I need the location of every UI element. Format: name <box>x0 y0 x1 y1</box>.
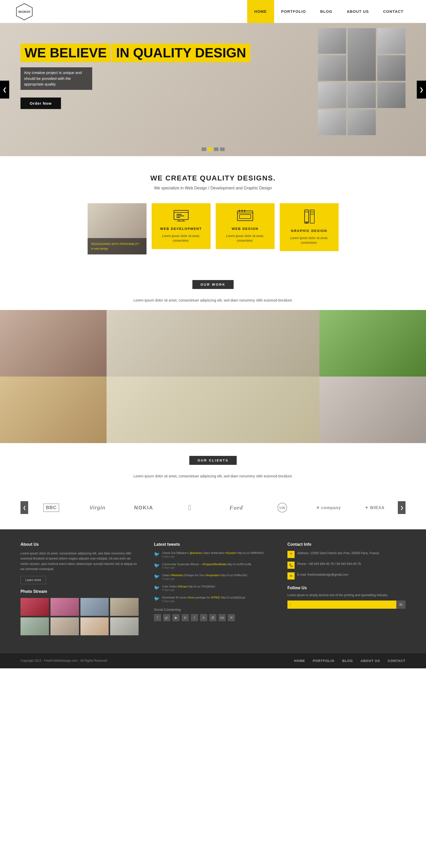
hero-photo-4 <box>318 55 346 81</box>
portfolio-item-4[interactable] <box>0 376 107 443</box>
footer-follow-title: Follow Us <box>287 586 405 590</box>
hero-dots <box>202 148 225 151</box>
footer-address-text: Address: 12569 Saint Patrick des Prés, 5… <box>297 551 379 556</box>
portfolio-item-6[interactable] <box>319 376 426 443</box>
social-youtube[interactable]: ▶ <box>172 614 179 621</box>
service-card-graphic-content: GRAPHIC DESIGN Lorem ipsum dolor sit ame… <box>280 203 339 251</box>
hero-photo-6 <box>318 83 346 108</box>
footer-bottom-portfolio[interactable]: PORTFOLIO <box>313 659 335 663</box>
nav-home[interactable]: HOME <box>247 0 274 23</box>
social-googleplus[interactable]: g+ <box>163 614 170 621</box>
client-wiexa: ✦ WIEXA <box>352 505 398 510</box>
footer-phone-text: Phone: +38 045 845-45-78 +38 045 845-45-… <box>297 562 361 566</box>
hero-dot-1[interactable] <box>202 148 206 151</box>
social-email[interactable]: @ <box>209 614 217 621</box>
hero-cta-button[interactable]: Order Now <box>21 97 61 109</box>
svg-rect-5 <box>176 216 184 216</box>
social-blogger[interactable]: b <box>200 614 207 621</box>
hero-prev-button[interactable]: ❮ <box>0 81 9 98</box>
service-webdev-text: Lorem ipsum dolor sit amet, consectetur. <box>157 234 205 243</box>
services-grid: REDESIGNING WITH PERSONALITY in web desi… <box>21 203 405 254</box>
phone-icon: 📞 <box>287 562 294 569</box>
logo[interactable]: SKOKOV <box>16 3 33 21</box>
web-design-icon <box>221 209 269 224</box>
clients-next-button[interactable]: ❯ <box>398 501 405 514</box>
service-card-graphic: GRAPHIC DESIGN Lorem ipsum dolor sit ame… <box>280 203 339 254</box>
tweet-1-content: Check Out D8baker's @Arduino Sales Notif… <box>162 551 264 558</box>
hero-subtitle: Any creative project is unique and shoul… <box>21 67 92 90</box>
newsletter-wrap: ✉ <box>287 600 405 609</box>
portfolio-item-1[interactable] <box>0 310 107 376</box>
footer-top: About Us Lorem ipsum dolor sit amet, con… <box>21 542 405 635</box>
footer-photo-4 <box>110 598 139 616</box>
service-card-img: REDESIGNING WITH PERSONALITY in web desi… <box>88 203 146 254</box>
social-connect-label: Social Connecting <box>154 608 272 612</box>
footer-bottom-about[interactable]: ABOUT US <box>361 659 380 663</box>
svg-rect-4 <box>176 214 181 215</box>
footer-photostream-title: Photo Stream <box>21 589 139 594</box>
footer-follow-text: Lorem ipsum is simply dummy text of the … <box>287 593 405 597</box>
social-linkedin[interactable]: in <box>181 614 189 621</box>
nav-blog[interactable]: BLOG <box>313 0 339 23</box>
footer-learn-more-button[interactable]: Learn more <box>21 576 46 584</box>
tweet-1: 🐦 Check Out D8baker's @Arduino Sales Not… <box>154 551 272 558</box>
footer-photo-1 <box>21 598 49 616</box>
footer-photo-6 <box>51 617 79 635</box>
newsletter-input[interactable] <box>287 600 396 609</box>
service-card-webdev: WEB DEVELOPMENT Lorem ipsum dolor sit am… <box>152 203 210 254</box>
nav-portfolio[interactable]: PORTFOLIO <box>274 0 313 23</box>
quality-title: WE CREATE QUALITY DESIGNS. <box>21 174 405 182</box>
footer-bottom-contact[interactable]: CONTACT <box>388 659 405 663</box>
footer-photo-2 <box>51 598 79 616</box>
svg-rect-15 <box>239 215 251 219</box>
footer-bottom: Copyright 2013 - FreeForWebDesign.com - … <box>0 653 426 668</box>
service-webdesign-title: WEB DESIGN <box>221 227 269 230</box>
footer-about-text: Lorem ipsum dolor sit amet, consectetuer… <box>21 551 139 572</box>
tweet-2-text: Community Superstar Winner – #OrganicBee… <box>162 562 251 566</box>
svg-text:VW: VW <box>279 506 286 510</box>
twitter-icon-3: 🐦 <box>154 574 160 580</box>
hero-photo-2 <box>348 28 376 81</box>
hero-section: ❮ WE BELIEVE IN QUALITY DESIGN Any creat… <box>0 23 426 156</box>
tweet-3-content: Clean #Websites Designs for Your #inspir… <box>162 573 247 580</box>
clients-prev-button[interactable]: ❮ <box>21 501 28 514</box>
hero-dot-3[interactable] <box>214 148 219 151</box>
tweet-5-content: Download 40 vector #icon package for #FR… <box>162 595 246 602</box>
hero-title-line1: WE BELIEVE <box>21 43 111 62</box>
footer-contact: Contact Info 📍 Address: 12569 Saint Patr… <box>287 542 405 635</box>
social-envelope[interactable]: ✉ <box>228 614 235 621</box>
hero-title-line2: IN QUALITY DESIGN <box>112 43 250 62</box>
hero-dot-4[interactable] <box>220 148 225 151</box>
twitter-icon-1: 🐦 <box>154 551 160 558</box>
service-graphic-text: Lorem ipsum dolor sit amet, consectetur. <box>285 236 334 245</box>
portfolio-item-5[interactable] <box>107 376 320 443</box>
service-card-overlay: REDESIGNING WITH PERSONALITY in web desi… <box>88 238 146 254</box>
tweet-2: 🐦 Community Superstar Winner – #OrganicB… <box>154 562 272 569</box>
footer-tweets-title: Latest tweets <box>154 542 272 547</box>
nav-about[interactable]: ABOUT US <box>339 0 376 23</box>
nav-contact[interactable]: CONTACT <box>376 0 410 23</box>
hero-dot-2[interactable] <box>208 148 212 151</box>
service-webdesign-text: Lorem ipsum dolor sit amet, consectetur. <box>221 234 269 243</box>
footer: About Us Lorem ipsum dolor sit amet, con… <box>0 529 426 653</box>
tweet-4-time: 6 days ago <box>162 588 215 591</box>
hero-photo-7 <box>348 83 376 108</box>
main-nav: HOME PORTFOLIO BLOG ABOUT US CONTACT <box>247 0 410 23</box>
footer-photo-stream <box>21 598 139 635</box>
footer-bottom-home[interactable]: HOME <box>294 659 305 663</box>
social-twitter[interactable]: t <box>191 614 198 621</box>
graphic-design-icon <box>285 209 334 226</box>
our-work-label: OUR WORK <box>192 280 234 289</box>
tweet-3-time: 6 days ago <box>162 578 247 580</box>
social-facebook[interactable]: f <box>154 614 161 621</box>
footer-bottom-blog[interactable]: BLOG <box>342 659 353 663</box>
portfolio-item-2[interactable] <box>107 310 320 376</box>
social-rss[interactable]: rss <box>219 614 226 621</box>
portfolio-item-3[interactable] <box>319 310 426 376</box>
newsletter-submit-button[interactable]: ✉ <box>396 600 405 609</box>
hero-next-button[interactable]: ❯ <box>417 81 426 98</box>
clients-logos: ❮ BBC Virgin NOKIA  Ford VW ✕ company ✦… <box>21 494 405 522</box>
footer-email: ✉ E-mail: freeforwebdesign@gmail.com <box>287 572 405 580</box>
service-card-webdesign: WEB DESIGN Lorem ipsum dolor sit amet, c… <box>216 203 275 254</box>
footer-phone: 📞 Phone: +38 045 845-45-78 +38 045 845-4… <box>287 562 405 569</box>
